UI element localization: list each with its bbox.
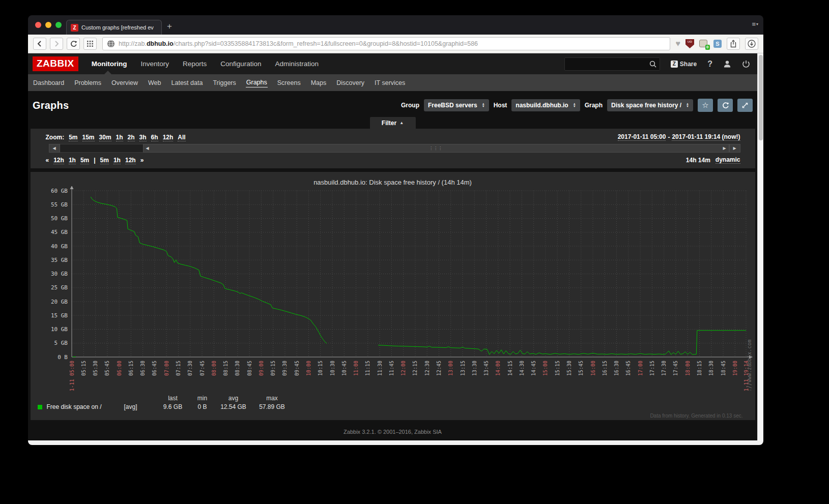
- dynamic-link[interactable]: dynamic: [716, 156, 740, 164]
- group-value: FreeBSD servers: [428, 102, 477, 109]
- timeshift-back-1h[interactable]: 1h: [69, 157, 76, 164]
- timeshift-forward-1h[interactable]: 1h: [113, 157, 121, 164]
- timeshift-back-5m[interactable]: 5m: [80, 157, 89, 164]
- timeshift-forward-12h[interactable]: 12h: [125, 157, 136, 164]
- subnav-item-graphs[interactable]: Graphs: [246, 78, 268, 87]
- zoom-link-30m[interactable]: 30m: [99, 134, 111, 141]
- subnav-item-maps[interactable]: Maps: [310, 78, 327, 87]
- scroll-selected-range[interactable]: ◀ ⋮⋮⋮ ▶: [143, 144, 729, 153]
- subnav-item-screens[interactable]: Screens: [277, 78, 301, 87]
- svg-text:08:15: 08:15: [223, 361, 228, 376]
- logout-icon[interactable]: [742, 60, 750, 68]
- main-menu: MonitoringInventoryReportsConfigurationA…: [92, 60, 319, 68]
- graph-value: Disk space free history /: [611, 102, 681, 109]
- zoom-row: Zoom: 5m15m30m1h2h3h6h12hAll 2017-01-11 …: [46, 133, 740, 141]
- zoom-link-1h[interactable]: 1h: [116, 134, 123, 141]
- subnav-item-discovery[interactable]: Discovery: [336, 78, 365, 87]
- zoom-link-3h[interactable]: 3h: [139, 134, 147, 141]
- app-grid-button[interactable]: [83, 38, 97, 50]
- menu-item-administration[interactable]: Administration: [275, 60, 319, 68]
- help-icon[interactable]: ?: [707, 60, 712, 69]
- host-label: Host: [494, 102, 507, 109]
- zoom-link-6h[interactable]: 6h: [151, 134, 158, 141]
- reload-button[interactable]: [67, 38, 80, 50]
- svg-text:10 GB: 10 GB: [50, 326, 67, 333]
- subnav-item-web[interactable]: Web: [148, 78, 161, 87]
- range-right-handle[interactable]: ▶: [721, 146, 729, 151]
- zoom-link-5m[interactable]: 5m: [69, 134, 77, 141]
- disk-space-chart[interactable]: 60 GB55 GB50 GB45 GB40 GB35 GB30 GB25 GB…: [31, 186, 755, 392]
- menu-item-monitoring[interactable]: Monitoring: [92, 60, 127, 68]
- period-start-link[interactable]: 2017-01-11 05:00: [618, 133, 666, 141]
- zoom-link-15m[interactable]: 15m: [82, 134, 95, 141]
- svg-text:15:00: 15:00: [542, 361, 548, 376]
- stylish-icon[interactable]: S: [713, 40, 722, 48]
- svg-text:16:45: 16:45: [625, 361, 631, 376]
- range-drag-grip[interactable]: ⋮⋮⋮: [429, 146, 443, 151]
- back-button[interactable]: [33, 38, 46, 50]
- timeshift-forward-5m[interactable]: 5m: [100, 157, 109, 164]
- search-input[interactable]: [564, 57, 660, 71]
- extension-icon[interactable]: 0: [699, 40, 708, 48]
- group-select[interactable]: FreeBSD servers ▲▼: [424, 99, 489, 111]
- menu-item-configuration[interactable]: Configuration: [220, 60, 261, 68]
- subnav-item-overview[interactable]: Overview: [111, 78, 138, 87]
- subnav-item-latest-data[interactable]: Latest data: [171, 78, 204, 87]
- extension-badge: 0: [705, 45, 710, 50]
- minimize-window-button[interactable]: [45, 22, 51, 28]
- svg-text:17:30: 17:30: [661, 361, 667, 376]
- forward-button[interactable]: [50, 38, 63, 50]
- zoom-link-12h[interactable]: 12h: [163, 134, 174, 141]
- svg-text:14:15: 14:15: [507, 361, 512, 376]
- zoom-window-button[interactable]: [55, 22, 62, 28]
- chart-title: nasbuild.dbhub.io: Disk space free histo…: [31, 172, 755, 186]
- period-end-link[interactable]: 2017-01-11 19:14 (now!): [672, 133, 740, 141]
- profile-icon[interactable]: [723, 60, 731, 68]
- tab-title: Custom graphs [refreshed ev: [81, 24, 154, 31]
- svg-text:07:00: 07:00: [163, 361, 169, 376]
- scroll-right-button[interactable]: ▶: [729, 144, 740, 153]
- filter-toggle[interactable]: Filter ▲: [370, 117, 416, 129]
- subnav-item-dashboard[interactable]: Dashboard: [33, 78, 65, 87]
- downloads-button[interactable]: [745, 38, 758, 50]
- refresh-button[interactable]: [718, 99, 733, 112]
- zoom-link-2h[interactable]: 2h: [128, 134, 135, 141]
- filter-label: Filter: [382, 120, 396, 127]
- url-path: /charts.php?sid=033535884173813c&form_re…: [174, 40, 478, 47]
- graph-select[interactable]: Disk space free history / ▲▼: [607, 99, 693, 111]
- zabbix-logo[interactable]: ZABBIX: [33, 56, 78, 71]
- site-identity-icon[interactable]: [107, 40, 115, 48]
- subnav-item-triggers[interactable]: Triggers: [212, 78, 236, 87]
- forward-icon-guillemet[interactable]: »: [140, 157, 144, 164]
- menu-item-reports[interactable]: Reports: [183, 60, 207, 68]
- subnav-item-it-services[interactable]: IT services: [374, 78, 406, 87]
- new-tab-button[interactable]: +: [167, 20, 172, 33]
- favourite-button[interactable]: ☆: [698, 99, 713, 112]
- svg-text:14:30: 14:30: [519, 361, 524, 376]
- svg-text:06:30: 06:30: [140, 361, 146, 376]
- scroll-left-button[interactable]: ◀: [49, 144, 60, 153]
- share-button[interactable]: [727, 38, 740, 50]
- zabbix-watermark: http://www.zabbix.com: [747, 340, 752, 392]
- range-left-handle[interactable]: ◀: [144, 146, 152, 151]
- menu-item-inventory[interactable]: Inventory: [140, 60, 169, 68]
- scrollbar-thumb[interactable]: [759, 55, 763, 140]
- browser-scrollbar[interactable]: [757, 53, 763, 440]
- host-select[interactable]: nasbuild.dbhub.io ▲▼: [511, 99, 580, 111]
- rewind-icon[interactable]: «: [46, 157, 49, 164]
- timeshift-back-12h[interactable]: 12h: [53, 157, 64, 164]
- scroll-track-past[interactable]: [60, 144, 143, 153]
- svg-text:13:45: 13:45: [483, 361, 489, 376]
- close-window-button[interactable]: [35, 22, 41, 28]
- bookmark-heart-icon[interactable]: ♥: [676, 39, 681, 48]
- ublock-icon[interactable]: UO: [685, 39, 694, 48]
- collapse-arrow-icon: ▲: [399, 121, 404, 125]
- fullscreen-button[interactable]: [737, 99, 753, 112]
- browser-tab-bar: Z Custom graphs [refreshed ev + ≡ ▾: [28, 15, 763, 35]
- url-bar[interactable]: http://zab.dbhub.io/charts.php?sid=03353…: [102, 37, 670, 50]
- zoom-link-all[interactable]: All: [178, 134, 185, 141]
- browser-tab-active[interactable]: Z Custom graphs [refreshed ev: [66, 20, 162, 35]
- tab-list-icon[interactable]: ≡ ▾: [752, 20, 758, 28]
- subnav-item-problems[interactable]: Problems: [74, 78, 102, 87]
- zabbix-share-button[interactable]: Z Share: [671, 61, 697, 68]
